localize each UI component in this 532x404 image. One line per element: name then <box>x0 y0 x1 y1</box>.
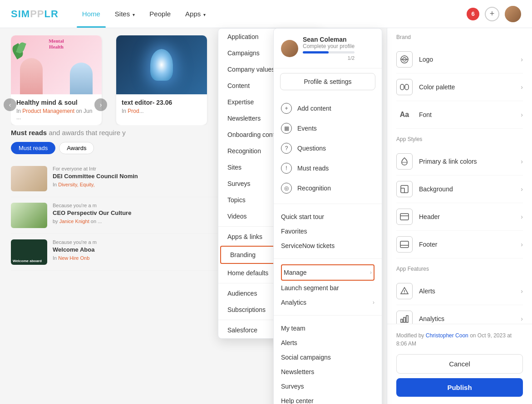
svg-rect-17 <box>404 317 405 322</box>
welcome-text: Welcome aboard <box>13 259 42 263</box>
alerts-label: Alerts <box>419 287 521 295</box>
brand-item-analytics[interactable]: Analytics › <box>396 305 523 324</box>
progress-fill <box>303 51 329 54</box>
header-icon <box>396 209 413 225</box>
alerts[interactable]: Alerts <box>281 336 374 350</box>
next-button[interactable]: › <box>94 98 107 111</box>
favorites[interactable]: Favorites <box>281 224 374 239</box>
social-campaigns[interactable]: Social campaigns <box>281 350 374 365</box>
font-chevron: › <box>521 111 523 118</box>
prev-button[interactable]: ‹ <box>4 98 16 111</box>
launch-segment-bar[interactable]: Launch segment bar <box>281 281 374 295</box>
avatar[interactable] <box>505 6 521 22</box>
brand-item-logo[interactable]: Logo › <box>396 46 523 73</box>
logo-label: Logo <box>419 56 521 63</box>
user-menu-items: + Add content ▦ Events ? Questions ! Mus… <box>274 95 382 202</box>
profile-settings-button[interactable]: Profile & settings <box>280 73 375 90</box>
panel-body: Brand Logo › Color palette <box>387 27 532 324</box>
card-meta-1: In Product Management on Jun ... <box>16 108 96 121</box>
user-menu-divider-3 <box>274 315 382 316</box>
manage-item[interactable]: Manage › <box>284 265 372 280</box>
primary-colors-label: Primary & link colors <box>419 158 521 165</box>
analytics-chevron: › <box>373 299 374 306</box>
salesforce-label: Salesforce <box>227 326 257 334</box>
user-quick-section: Quick start tour Favorites ServiceNow ti… <box>274 206 382 257</box>
publish-button[interactable]: Publish <box>396 378 523 397</box>
nav-people[interactable]: People <box>144 6 176 21</box>
menu-add-content[interactable]: + Add content <box>274 98 382 118</box>
user-menu-divider-2 <box>274 258 382 259</box>
recognition-icon: ◎ <box>281 183 292 194</box>
svg-rect-18 <box>406 316 408 322</box>
menu-recognition[interactable]: ◎ Recognition <box>274 178 382 198</box>
nav-home[interactable]: Home <box>77 6 106 21</box>
help-center[interactable]: Help center <box>281 394 374 404</box>
add-button[interactable]: + <box>485 7 499 21</box>
brand-item-font[interactable]: Aa Font › <box>396 101 523 129</box>
footer-icon <box>396 236 413 253</box>
brand-section-label: Brand <box>396 34 523 40</box>
svg-point-15 <box>404 292 405 293</box>
tab-awards[interactable]: Awards <box>59 142 94 154</box>
card-meta-2: In Prod... <box>122 108 202 114</box>
modified-text: Modified by Christopher Coon on Oct 9, 2… <box>396 331 523 348</box>
brand-item-background[interactable]: Background › <box>396 175 523 203</box>
article-link-3[interactable]: New Hire Onb <box>58 255 89 261</box>
footer-chevron: › <box>521 241 523 248</box>
cancel-button[interactable]: Cancel <box>396 354 523 374</box>
manage-highlight-container: Manage › <box>281 264 374 281</box>
analytics-item[interactable]: Analytics › <box>281 295 374 310</box>
brand-item-color-palette[interactable]: Color palette › <box>396 73 523 101</box>
nav-apps[interactable]: Apps ▾ <box>180 6 211 21</box>
color-palette-label: Color palette <box>419 83 521 91</box>
brand-item-header[interactable]: Header › <box>396 203 523 231</box>
events-icon: ▦ <box>281 123 292 134</box>
menu-questions[interactable]: ? Questions <box>274 138 382 158</box>
card-link-2[interactable]: Prod <box>128 108 139 114</box>
alerts-chevron: › <box>521 287 523 295</box>
add-content-label: Add content <box>297 105 331 112</box>
app-features-label: App features <box>396 266 523 272</box>
progress-bar <box>303 51 355 54</box>
newsletters[interactable]: Newsletters <box>281 365 374 379</box>
brand-item-footer[interactable]: Footer › <box>396 231 523 258</box>
logo[interactable]: SIMPPLR <box>11 8 59 20</box>
menu-must-reads[interactable]: ! Must reads <box>274 158 382 178</box>
modified-by-link[interactable]: Christopher Coon <box>426 332 468 339</box>
must-reads-menu-label: Must reads <box>297 165 329 172</box>
article-link-2[interactable]: Janice Knight <box>59 219 89 224</box>
add-content-icon: + <box>281 103 292 114</box>
article-link-1[interactable]: Diversity, Equity, <box>58 182 94 187</box>
user-avatar <box>281 40 298 57</box>
article-thumb-1 <box>11 166 47 191</box>
primary-colors-icon <box>396 153 413 170</box>
user-info: Sean Coleman Complete your profile 1/2 <box>303 36 355 61</box>
svg-rect-4 <box>405 84 409 90</box>
user-dropdown-header: Sean Coleman Complete your profile 1/2 <box>274 29 382 68</box>
quick-start-tour[interactable]: Quick start tour <box>281 209 374 224</box>
alerts-icon <box>396 283 413 299</box>
app-styles-label: App styles <box>396 136 523 142</box>
must-reads-icon: ! <box>281 163 292 174</box>
surveys[interactable]: Surveys <box>281 379 374 394</box>
tab-must-reads[interactable]: Must reads <box>11 142 55 154</box>
logo-icon <box>396 51 413 68</box>
menu-events[interactable]: ▦ Events <box>274 118 382 138</box>
panel-footer: Modified by Christopher Coon on Oct 9, 2… <box>387 324 532 404</box>
header-label: Header <box>419 213 521 220</box>
my-team[interactable]: My team <box>281 321 374 336</box>
notification-badge[interactable]: 6 <box>467 8 479 20</box>
brand-item-primary-colors[interactable]: Primary & link colors › <box>396 148 523 175</box>
user-bottom-section: My team Alerts Social campaigns Newslett… <box>274 317 382 404</box>
card-1: MentalHealth Healthy mind & soul In Prod… <box>11 35 102 125</box>
svg-rect-16 <box>401 319 403 322</box>
servicenow-tickets[interactable]: ServiceNow tickets <box>281 239 374 253</box>
card-title-2: text editor- 23.06 <box>122 99 202 106</box>
logo-chevron: › <box>521 56 523 63</box>
user-complete-label: Complete your profile <box>303 43 355 49</box>
analytics-icon <box>396 311 413 324</box>
color-palette-icon <box>396 79 413 95</box>
nav-sites[interactable]: Sites ▾ <box>109 6 141 21</box>
brand-item-alerts[interactable]: Alerts › <box>396 277 523 305</box>
card-link-1[interactable]: Product Management <box>22 108 74 114</box>
